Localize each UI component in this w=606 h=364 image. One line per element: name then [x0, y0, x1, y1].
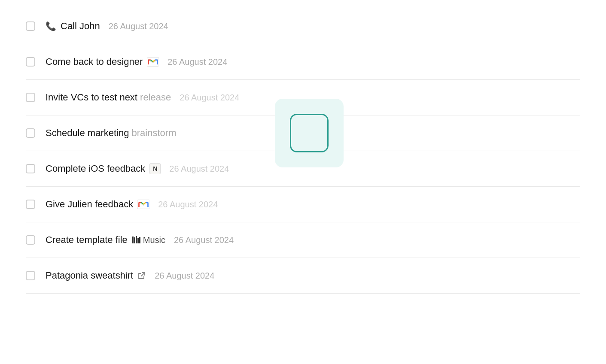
- task-list: 📞 Call John 26 August 2024 Come back to …: [0, 0, 606, 302]
- svg-rect-18: [137, 238, 139, 243]
- task-date-8: 26 August 2024: [155, 271, 214, 281]
- task-title-faded-4: brainstorm: [132, 127, 177, 138]
- task-checkbox-4[interactable]: [26, 128, 35, 138]
- task-checkbox-5[interactable]: [26, 164, 35, 173]
- task-title-5: Complete iOS feedback: [46, 163, 145, 174]
- task-checkbox-7[interactable]: [26, 235, 35, 245]
- task-item-1: 📞 Call John 26 August 2024: [26, 9, 580, 44]
- task-date-2: 26 August 2024: [167, 57, 227, 67]
- notion-icon-5: N: [149, 163, 161, 174]
- checkbox-tooltip: [275, 99, 344, 167]
- task-title-7: Create template file: [46, 234, 128, 246]
- task-content-2: Come back to designer: [46, 56, 580, 67]
- gmail-icon-6: [137, 200, 149, 209]
- task-checkbox-6[interactable]: [26, 200, 35, 209]
- task-item-7: Create template file Music 26 August 202…: [26, 222, 580, 258]
- svg-rect-17: [136, 236, 137, 243]
- phone-icon: 📞: [46, 21, 56, 31]
- music-label: Music: [143, 235, 165, 245]
- task-date-5: 26 August 2024: [169, 164, 229, 174]
- task-date-6: 26 August 2024: [158, 200, 218, 209]
- task-item-2: Come back to designer: [26, 44, 580, 80]
- task-title-1: Call John: [61, 21, 100, 32]
- tooltip-checkbox-inner: [290, 114, 329, 152]
- task-date-7: 26 August 2024: [174, 235, 234, 245]
- gmail-icon-2: [147, 57, 159, 67]
- task-content-8: Patagonia sweatshirt 26 August 2024: [46, 270, 580, 281]
- task-title-8: Patagonia sweatshirt: [46, 270, 133, 281]
- task-date-3: 26 August 2024: [180, 93, 239, 103]
- task-content-7: Create template file Music 26 August 202…: [46, 234, 580, 246]
- task-title-6: Give Julien feedback: [46, 199, 133, 210]
- svg-rect-16: [134, 237, 135, 243]
- svg-rect-19: [139, 237, 140, 243]
- task-checkbox-1[interactable]: [26, 21, 35, 31]
- task-title-faded-3: release: [140, 92, 171, 103]
- task-title-2: Come back to designer: [46, 56, 143, 67]
- task-date-1: 26 August 2024: [109, 21, 168, 31]
- svg-rect-15: [132, 237, 134, 243]
- task-item-6: Give Julien feedback 26 August 2024: [26, 187, 580, 222]
- task-content-1: 📞 Call John 26 August 2024: [46, 21, 580, 32]
- task-checkbox-8[interactable]: [26, 271, 35, 280]
- task-title-4: Schedule marketing brainstorm: [46, 127, 176, 139]
- task-checkbox-3[interactable]: [26, 93, 35, 102]
- task-checkbox-2[interactable]: [26, 57, 35, 67]
- task-item-8: Patagonia sweatshirt 26 August 2024: [26, 258, 580, 294]
- task-item-4: Schedule marketing brainstorm: [26, 115, 580, 151]
- music-icon-7: Music: [132, 235, 165, 245]
- task-title-3: Invite VCs to test next release: [46, 92, 171, 103]
- task-content-6: Give Julien feedback 26 August 2024: [46, 199, 580, 210]
- external-link-icon-8: [137, 271, 146, 280]
